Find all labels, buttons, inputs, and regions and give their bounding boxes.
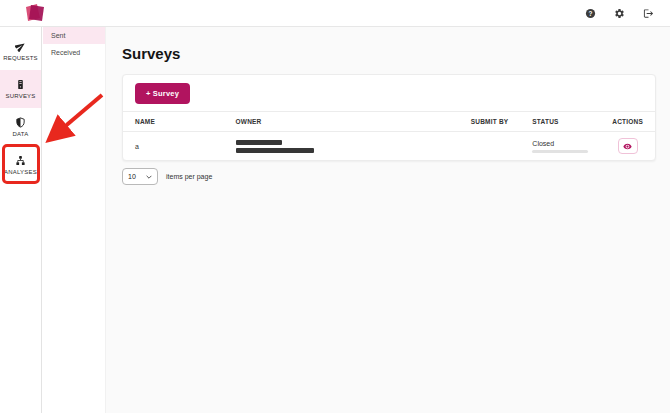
help-icon[interactable]: ?: [584, 8, 596, 20]
subnav-item-label: Received: [51, 49, 80, 56]
main-content: Surveys + Survey NAME OWNER SUBMIT BY ST…: [106, 27, 670, 413]
network-icon: [15, 155, 26, 166]
cell-submit-by: [459, 132, 521, 161]
card-toolbar: + Survey: [123, 75, 655, 111]
table-header-row: NAME OWNER SUBMIT BY STATUS ACTIONS: [123, 112, 655, 132]
items-per-page-label: items per page: [166, 173, 212, 180]
poll-icon: [15, 79, 26, 90]
sidebar-item-surveys[interactable]: SURVEYS: [0, 70, 41, 108]
primary-sidebar: REQUESTS SURVEYS DATA: [0, 27, 42, 413]
svg-text:?: ?: [588, 10, 592, 17]
subnav-item-sent[interactable]: Sent: [43, 27, 105, 44]
status-progress-track: [532, 150, 588, 153]
sidebar-item-label: SURVEYS: [6, 93, 36, 99]
sidebar-item-requests[interactable]: REQUESTS: [0, 32, 41, 70]
pagination: 10 items per page: [122, 168, 656, 185]
sidebar-item-data[interactable]: DATA: [0, 108, 41, 146]
chevron-down-icon: [146, 175, 152, 179]
shield-icon: [15, 117, 26, 128]
column-header-owner: OWNER: [224, 112, 459, 132]
sidebar-item-label: REQUESTS: [3, 55, 38, 61]
topbar: ?: [0, 0, 670, 27]
cell-actions: [600, 132, 655, 161]
cell-owner: [224, 132, 459, 161]
subnav-item-label: Sent: [51, 32, 65, 39]
owner-email-redacted: [236, 148, 314, 153]
page-size-select[interactable]: 10: [122, 168, 158, 185]
table-row: a Closed: [123, 132, 655, 161]
cell-status: Closed: [520, 132, 600, 161]
page-title: Surveys: [122, 45, 656, 62]
app-logo-icon[interactable]: [24, 3, 47, 23]
subnav-item-received[interactable]: Received: [43, 44, 105, 61]
add-survey-button[interactable]: + Survey: [135, 83, 190, 104]
column-header-actions: ACTIONS: [600, 112, 655, 132]
status-text: Closed: [532, 140, 588, 147]
surveys-table: NAME OWNER SUBMIT BY STATUS ACTIONS a: [123, 111, 655, 160]
owner-name-redacted: [236, 140, 282, 145]
page-size-value: 10: [128, 173, 136, 180]
sidebar-item-label: DATA: [13, 131, 29, 137]
eye-icon: [623, 142, 632, 151]
sidebar-item-analyses[interactable]: ANALYSES: [0, 146, 41, 184]
column-header-submit-by: SUBMIT BY: [459, 112, 521, 132]
logout-icon[interactable]: [642, 8, 654, 20]
view-survey-button[interactable]: [618, 138, 638, 154]
column-header-status: STATUS: [520, 112, 600, 132]
cell-name: a: [123, 132, 224, 161]
gear-icon[interactable]: [613, 8, 625, 20]
surveys-card: + Survey NAME OWNER SUBMIT BY STATUS ACT…: [122, 74, 656, 161]
send-icon: [15, 41, 26, 52]
surveys-subnav: Sent Received: [43, 27, 106, 413]
sidebar-item-label: ANALYSES: [4, 169, 37, 175]
topbar-actions: ?: [584, 0, 654, 27]
column-header-name: NAME: [123, 112, 224, 132]
